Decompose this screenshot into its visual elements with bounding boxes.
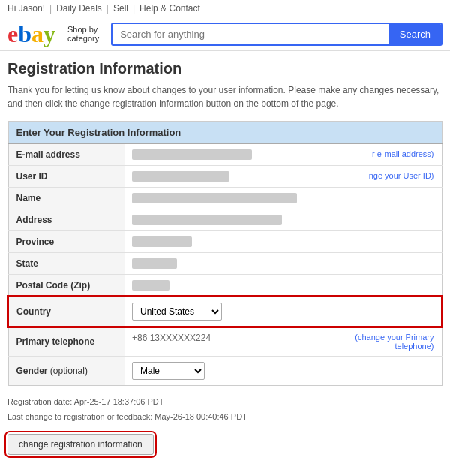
address-value — [124, 209, 442, 231]
page-title: Registration Information — [8, 60, 442, 77]
name-value — [124, 188, 442, 209]
separator: | — [50, 3, 52, 14]
greeting-text: Hi Jason! — [8, 3, 45, 14]
change-email-link[interactable]: r e-mail address) — [372, 149, 434, 158]
search-input[interactable] — [112, 24, 389, 44]
nav-help[interactable]: Help & Contact — [140, 3, 200, 14]
table-header-row: Enter Your Registration Information — [8, 122, 442, 144]
telephone-number: +86 13XXXXXX224 — [132, 333, 211, 343]
gender-row: Gender (optional) Male Female Unspecifie… — [8, 357, 442, 386]
state-value — [124, 253, 442, 275]
change-button-wrapper: change registration information — [8, 434, 442, 455]
shop-by-button[interactable]: Shop by category — [63, 25, 104, 43]
search-button[interactable]: Search — [389, 24, 441, 44]
userid-label: User ID — [8, 166, 124, 188]
site-header: ebay Shop by category Search — [0, 17, 450, 51]
change-userid-link[interactable]: nge your User ID) — [369, 171, 434, 180]
postal-row: Postal Code (Zip) — [8, 275, 442, 297]
userid-value: nge your User ID) — [124, 166, 442, 188]
address-row: Address — [8, 209, 442, 231]
page-description: Thank you for letting us know about chan… — [8, 83, 442, 110]
province-value — [124, 231, 442, 253]
userid-row: User ID nge your User ID) — [8, 166, 442, 188]
country-row: Country United States China Canada Unite… — [8, 297, 442, 327]
separator: | — [133, 3, 135, 14]
change-telephone-link[interactable]: (change your Primary telephone) — [344, 333, 434, 351]
search-bar: Search — [111, 23, 442, 46]
email-row: E-mail address r e-mail address) — [8, 144, 442, 166]
nav-sell[interactable]: Sell — [113, 3, 128, 14]
province-row: Province — [8, 231, 442, 253]
telephone-label: Primary telephone — [8, 327, 124, 357]
email-value: r e-mail address) — [124, 144, 442, 166]
gender-label: Gender (optional) — [8, 357, 124, 386]
country-select[interactable]: United States China Canada United Kingdo… — [132, 303, 222, 321]
address-label: Address — [8, 209, 124, 231]
separator: | — [106, 3, 109, 14]
registration-table: Enter Your Registration Information E-ma… — [8, 121, 442, 386]
name-label: Name — [8, 188, 124, 209]
postal-label: Postal Code (Zip) — [8, 275, 124, 297]
change-registration-button[interactable]: change registration information — [8, 434, 154, 455]
table-header: Enter Your Registration Information — [8, 122, 442, 144]
telephone-value: +86 13XXXXXX224 (change your Primary tel… — [124, 327, 442, 357]
shop-by-sub: category — [68, 34, 99, 43]
registration-dates: Registration date: Apr-25-17 18:37:06 PD… — [8, 395, 442, 425]
registration-date: Registration date: Apr-25-17 18:37:06 PD… — [8, 395, 442, 410]
state-row: State — [8, 253, 442, 275]
postal-value — [124, 275, 442, 297]
country-value: United States China Canada United Kingdo… — [124, 297, 442, 327]
state-label: State — [8, 253, 124, 275]
email-label: E-mail address — [8, 144, 124, 166]
shop-by-label: Shop by — [68, 25, 98, 34]
page-content: Registration Information Thank you for l… — [0, 51, 450, 464]
last-change-date: Last change to registration or feedback:… — [8, 410, 442, 425]
province-label: Province — [8, 231, 124, 253]
nav-daily-deals[interactable]: Daily Deals — [56, 3, 102, 14]
telephone-row: Primary telephone +86 13XXXXXX224 (chang… — [8, 327, 442, 357]
ebay-logo[interactable]: ebay — [8, 22, 56, 46]
name-row: Name — [8, 188, 442, 209]
gender-value: Male Female Unspecified — [124, 357, 442, 386]
country-label: Country — [8, 297, 124, 327]
top-navigation: Hi Jason! | Daily Deals | Sell | Help & … — [0, 0, 450, 17]
gender-select[interactable]: Male Female Unspecified — [132, 362, 205, 380]
